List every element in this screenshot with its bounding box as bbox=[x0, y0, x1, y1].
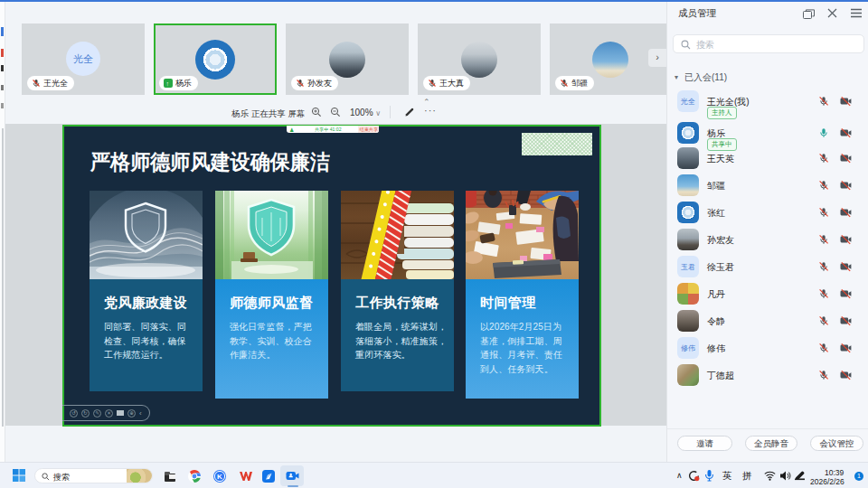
svg-text:K: K bbox=[217, 473, 222, 481]
